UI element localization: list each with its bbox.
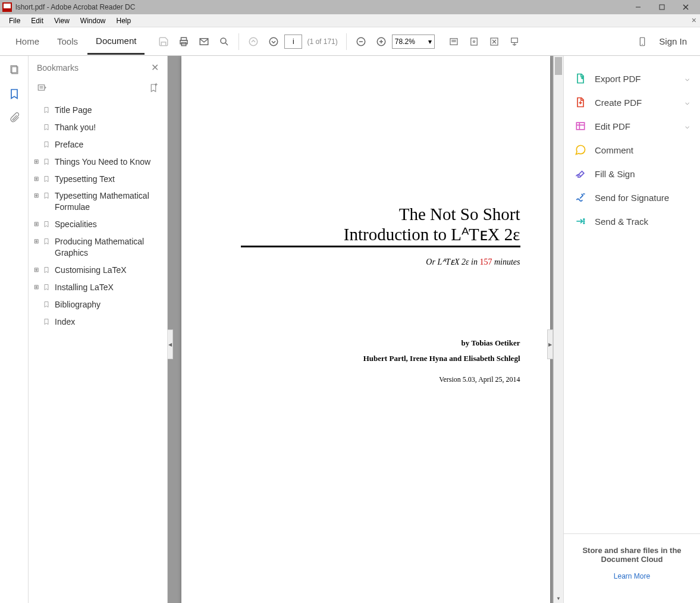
scroll-down-arrow[interactable]: ▼ — [554, 593, 563, 603]
menu-file[interactable]: File — [4, 15, 26, 26]
tab-home[interactable]: Home — [7, 29, 48, 54]
bookmark-item[interactable]: ⊞Things You Need to Know — [29, 153, 167, 171]
bookmark-icon — [43, 283, 51, 291]
pdf-page: The Not So Short Introduction to LᴬTᴇX 2… — [181, 56, 550, 603]
tool-icon — [575, 191, 586, 203]
bookmark-icon — [43, 158, 51, 166]
bookmark-item[interactable]: ⊞Typesetting Text — [29, 171, 167, 188]
tools-panel-item[interactable]: Send & Track — [564, 209, 700, 233]
expand-icon[interactable]: ⊞ — [33, 175, 39, 182]
thumbnails-icon[interactable] — [8, 64, 20, 76]
close-panel-icon[interactable]: ✕ — [151, 62, 159, 73]
print-icon[interactable] — [174, 32, 193, 51]
bookmark-item[interactable]: Index — [29, 313, 167, 331]
minimize-button[interactable] — [626, 0, 650, 14]
tools-panel: Export PDF⌵Create PDF⌵Edit PDF⌵CommentFi… — [563, 56, 700, 603]
bookmark-icon — [43, 318, 51, 326]
bookmark-item[interactable]: Title Page — [29, 102, 167, 119]
expand-icon[interactable]: ⊞ — [33, 158, 39, 165]
zoom-out-icon[interactable] — [351, 32, 371, 51]
collapse-right-handle[interactable]: ▶ — [547, 329, 553, 359]
zoom-select[interactable]: 78.2%▾ — [392, 34, 435, 49]
collapse-left-handle[interactable]: ◀ — [168, 329, 173, 359]
read-mode-icon[interactable] — [505, 32, 524, 51]
tools-panel-item[interactable]: Comment — [564, 138, 700, 162]
menu-help[interactable]: Help — [111, 15, 137, 26]
toolbar: Home Tools Document (1 of 171) 78.2%▾ Si… — [0, 27, 700, 56]
tools-panel-item[interactable]: Create PDF⌵ — [564, 90, 700, 114]
menu-window[interactable]: Window — [75, 15, 111, 26]
svg-rect-31 — [38, 85, 45, 90]
tools-panel-item[interactable]: Export PDF⌵ — [564, 67, 700, 90]
learn-more-link[interactable]: Learn More — [575, 572, 689, 580]
bookmark-icon — [43, 237, 51, 246]
expand-icon[interactable]: ⊞ — [33, 238, 39, 244]
save-icon[interactable] — [154, 32, 173, 51]
bookmark-icon — [43, 266, 51, 274]
tool-label: Create PDF — [595, 98, 677, 108]
bookmark-label: Producing Mathematical Graphics — [55, 236, 161, 259]
bookmark-item[interactable]: ⊞Customising LaTeX — [29, 262, 167, 279]
bookmark-item[interactable]: Thank you! — [29, 119, 167, 136]
tools-panel-item[interactable]: Send for Signature — [564, 186, 700, 209]
scroll-thumb[interactable] — [555, 57, 562, 75]
maximize-button[interactable] — [650, 0, 674, 14]
bookmark-icon — [43, 175, 51, 183]
separator — [238, 33, 239, 50]
bookmark-label: Typesetting Text — [55, 174, 115, 185]
app-icon — [2, 2, 12, 12]
bookmark-icon — [43, 220, 51, 228]
tab-tools[interactable]: Tools — [49, 29, 86, 54]
doc-title-line1: The Not So Short — [211, 205, 520, 224]
fit-page-icon[interactable] — [464, 32, 484, 51]
page-up-icon[interactable] — [244, 32, 263, 51]
bookmark-label: Installing LaTeX — [55, 282, 114, 293]
expand-icon[interactable]: ⊞ — [33, 221, 39, 227]
bookmark-item[interactable]: Preface — [29, 136, 167, 153]
tools-panel-item[interactable]: Fill & Sign — [564, 162, 700, 186]
tool-icon — [575, 168, 586, 180]
tool-label: Send & Track — [595, 216, 689, 227]
expand-icon[interactable]: ⊞ — [33, 192, 39, 199]
fullscreen-icon[interactable] — [485, 32, 504, 51]
tab-document[interactable]: Document — [87, 29, 145, 55]
email-icon[interactable] — [194, 32, 214, 51]
fit-width-icon[interactable] — [444, 32, 463, 51]
bookmarks-title: Bookmarks — [37, 63, 79, 73]
menubar: File Edit View Window Help × — [0, 14, 700, 27]
close-button[interactable] — [674, 0, 698, 14]
expand-icon[interactable]: ⊞ — [33, 284, 39, 290]
bookmark-label: Index — [55, 316, 75, 328]
zoom-in-icon[interactable] — [372, 32, 391, 51]
left-nav-strip — [0, 56, 29, 603]
page-down-icon[interactable] — [264, 32, 283, 51]
mobile-icon[interactable] — [633, 32, 652, 51]
attachments-icon[interactable] — [8, 112, 20, 124]
svg-point-8 — [221, 38, 226, 43]
svg-point-21 — [473, 40, 475, 42]
sign-in-link[interactable]: Sign In — [653, 36, 693, 46]
bookmark-item[interactable]: ⊞Installing LaTeX — [29, 279, 167, 296]
page-number-input[interactable] — [284, 34, 302, 49]
menubar-close-icon[interactable]: × — [692, 15, 696, 25]
bookmarks-panel: Bookmarks ✕ Title PageThank you!Preface⊞… — [29, 56, 168, 603]
vertical-scrollbar[interactable]: ▲ ▼ — [553, 56, 563, 603]
bookmark-item[interactable]: ⊞Typesetting Mathematical Formulae — [29, 187, 167, 216]
separator — [346, 33, 347, 50]
new-bookmark-icon[interactable] — [148, 83, 159, 93]
doc-title-line2: Introduction to LᴬTᴇX 2ε — [241, 224, 520, 247]
tools-panel-item[interactable]: Edit PDF⌵ — [564, 114, 700, 138]
window-titlebar: lshort.pdf - Adobe Acrobat Reader DC — [0, 0, 700, 14]
bookmark-item[interactable]: Bibliography — [29, 296, 167, 313]
menu-view[interactable]: View — [49, 15, 75, 26]
menu-edit[interactable]: Edit — [26, 15, 49, 26]
bookmark-options-icon[interactable] — [37, 83, 48, 93]
bookmarks-icon[interactable] — [8, 88, 20, 100]
svg-point-10 — [250, 37, 258, 46]
expand-icon[interactable]: ⊞ — [33, 266, 39, 273]
document-view[interactable]: ◀ The Not So Short Introduction to LᴬTᴇX… — [168, 56, 563, 603]
bookmark-item[interactable]: ⊞Producing Mathematical Graphics — [29, 233, 167, 262]
bookmark-item[interactable]: ⊞Specialities — [29, 216, 167, 233]
search-icon[interactable] — [215, 32, 234, 51]
bookmark-label: Customising LaTeX — [55, 265, 127, 276]
